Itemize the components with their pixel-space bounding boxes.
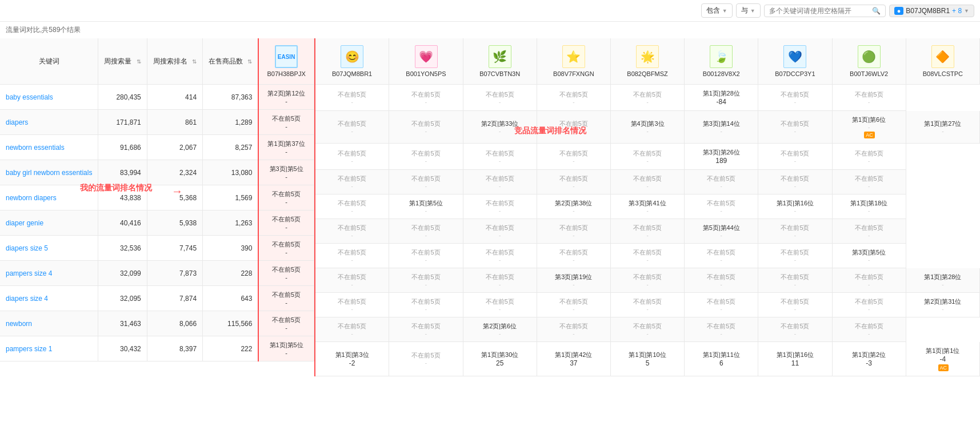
right-table-row: 不在前5页-不在前5页-不在前5页-不在前5页-不在前5页-不在前5页-不在前5… — [315, 293, 980, 317]
product-header-B08V7FXNGN: ⭐ B08V7FXNGN — [543, 43, 605, 80]
competitor-rank-cell: 第4页|第3位- — [610, 111, 684, 144]
right-table-row: 不在前5页-不在前5页-不在前5页-不在前5页-不在前5页-不在前5页-不在前5… — [315, 170, 980, 194]
asin-tag-chevron: ▼ — [964, 8, 969, 14]
my-rank-cell: 不在前5页 - — [258, 236, 314, 261]
left-table-row: diapers size 4 32,095 7,874 643 不在前5页 - — [0, 286, 314, 311]
competitor-rank-cell: 第3页|第19位- — [537, 268, 610, 293]
left-table-row: pampers size 1 30,432 8,397 222 第1页|第5位 … — [0, 336, 314, 361]
product-asin-label-B082QBFMSZ: B082QBFMSZ — [627, 70, 668, 77]
search-rank-cell: 7,873 — [147, 261, 202, 286]
keyword-cell[interactable]: newborn diapers — [0, 185, 98, 210]
my-rank-cell: 不在前5页 - — [258, 210, 314, 236]
competitor-rank-cell: 不在前5页- — [610, 144, 684, 170]
product-asin-label-B07JQM8BR1: B07JQM8BR1 — [332, 70, 372, 77]
competitor-rank-cell: 不在前5页- — [315, 317, 389, 342]
keyword-cell[interactable]: pampers size 1 — [0, 336, 98, 361]
product-img-B00128V8X2: 🍃 — [710, 45, 733, 68]
competitor-rank-cell: 不在前5页- — [537, 170, 610, 194]
competitor-rank-cell: 不在前5页- — [463, 244, 537, 268]
competitor-rank-cell: 不在前5页- — [610, 244, 684, 268]
competitor-rank-cell: 不在前5页- — [832, 170, 906, 194]
left-table-row: baby essentials 280,435 414 87,363 第2页|第… — [0, 85, 314, 110]
keyword-cell[interactable]: diaper genie — [0, 210, 98, 236]
listing-count-cell: 643 — [203, 286, 259, 311]
col-listing-count[interactable]: 在售商品数 ⇅ — [203, 38, 259, 85]
keyword-search-box: 🔍 — [764, 5, 886, 17]
left-table-row: pampers size 4 32,099 7,873 228 不在前5页 - — [0, 261, 314, 286]
keyword-cell[interactable]: diapers size 4 — [0, 286, 98, 311]
search-volume-cell: 171,871 — [98, 110, 147, 135]
my-rank-cell: 第3页|第5位 - — [258, 160, 314, 185]
col-keyword-label: 关键词 — [39, 57, 59, 65]
competitor-rank-cell: 不在前5页- — [389, 219, 463, 244]
competitor-rank-cell: 不在前5页- — [758, 268, 832, 293]
my-product-img: EASIN — [275, 45, 298, 68]
listing-count-cell: 87,363 — [203, 85, 259, 110]
competitor-rank-cell: 第3页|第5位- — [832, 244, 906, 268]
filter-contains-label: 包含 — [706, 6, 720, 15]
product-col-header-B08VLCSTPC: 🔶 B08VLCSTPC — [906, 38, 979, 85]
product-col-header-B08V7FXNGN: ⭐ B08V7FXNGN — [537, 38, 610, 85]
competitor-rank-cell: 不在前5页- — [315, 144, 389, 170]
filter-contains-chevron: ▼ — [722, 8, 727, 14]
competitor-rank-cell: 第1页|第3位-2 — [315, 342, 389, 376]
product-img-B00TJ6WLV2: 🟢 — [858, 45, 881, 68]
product-header-B07DCCP3Y1: 💙 B07DCCP3Y1 — [764, 43, 826, 80]
product-col-header-B00TJ6WLV2: 🟢 B00TJ6WLV2 — [832, 38, 906, 85]
competitor-rank-cell: 不在前5页- — [315, 219, 389, 244]
my-product-header: EASIN B07H38BPJX — [265, 43, 307, 80]
product-col-header-B00128V8X2: 🍃 B00128V8X2 — [685, 38, 758, 85]
col-search-volume[interactable]: 周搜索量 ⇅ — [98, 38, 147, 85]
competitor-rank-cell: 不在前5页- — [537, 317, 610, 342]
right-panel: 😊 B07JQM8BR1 💗 B001YON5PS 🌿 B07CVBTN3N ⭐… — [315, 38, 980, 376]
competitor-rank-cell: 不在前5页- — [537, 219, 610, 244]
search-volume-cell: 31,463 — [98, 311, 147, 336]
col-search-volume-label: 周搜索量 — [104, 57, 131, 65]
listing-count-cell: 390 — [203, 236, 259, 261]
competitor-rank-cell: 不在前5页- — [758, 219, 832, 244]
competitor-rank-cell: 第2页|第38位- — [537, 194, 610, 219]
competitor-rank-cell: 不在前5页- — [610, 293, 684, 317]
competitor-rank-cell: 第1页|第27位- — [906, 111, 979, 144]
search-volume-cell: 32,095 — [98, 286, 147, 311]
competitor-rank-cell: 不在前5页- — [537, 85, 610, 111]
col-listing-count-label: 在售商品数 — [209, 57, 243, 65]
competitor-rank-cell: 第3页|第26位189 — [685, 144, 758, 170]
competitor-rank-cell: 第1页|第28位-84 — [685, 85, 758, 111]
product-header-B07JQM8BR1: 😊 B07JQM8BR1 — [321, 43, 383, 80]
my-rank-cell: 第2页|第12位 - — [258, 85, 314, 110]
col-keyword: 关键词 — [0, 38, 98, 85]
search-volume-cell: 91,686 — [98, 135, 147, 160]
right-table-row: 不在前5页-不在前5页-不在前5页-第3页|第19位-不在前5页-不在前5页-不… — [315, 268, 980, 293]
keyword-cell[interactable]: pampers size 4 — [0, 261, 98, 286]
keyword-search-input[interactable] — [769, 7, 872, 15]
competitor-rank-cell: 不在前5页- — [610, 317, 684, 342]
right-table-row: 不在前5页-不在前5页-第2页|第6位-不在前5页-不在前5页-不在前5页-不在… — [315, 317, 980, 342]
keyword-cell[interactable]: newborn essentials — [0, 135, 98, 160]
product-img-B08VLCSTPC: 🔶 — [931, 45, 954, 68]
competitor-rank-cell: 不在前5页- — [389, 342, 463, 376]
keyword-cell[interactable]: baby girl newborn essentials — [0, 160, 98, 185]
search-rank-cell: 5,368 — [147, 185, 202, 210]
competitor-rank-cell: 不在前5页- — [315, 293, 389, 317]
listing-count-cell: 8,257 — [203, 135, 259, 160]
competitor-rank-cell: 第1页|第18位- — [832, 194, 906, 219]
search-volume-cell: 43,838 — [98, 185, 147, 210]
filter-operator[interactable]: 与 ▼ — [736, 3, 761, 18]
search-icon: 🔍 — [872, 7, 881, 15]
keyword-cell[interactable]: diapers size 5 — [0, 236, 98, 261]
keyword-cell[interactable]: baby essentials — [0, 85, 98, 110]
competitor-rank-cell: 不在前5页- — [537, 144, 610, 170]
product-header-B07CVBTN3N: 🌿 B07CVBTN3N — [469, 43, 531, 80]
competitor-rank-cell: 不在前5页- — [610, 85, 684, 111]
competitor-rank-cell: 不在前5页- — [758, 111, 832, 144]
keyword-cell[interactable]: diapers — [0, 110, 98, 135]
plus-count-label: + 8 — [952, 7, 962, 15]
col-search-rank[interactable]: 周搜索排名 ⇅ — [147, 38, 202, 85]
competitor-rank-cell: 第1页|第2位-3 — [832, 342, 906, 376]
filter-contains[interactable]: 包含 ▼ — [701, 3, 733, 18]
listing-count-cell: 228 — [203, 261, 259, 286]
keyword-cell[interactable]: newborn — [0, 311, 98, 336]
competitor-rank-cell: 第1页|第42位37 — [537, 342, 610, 376]
competitor-rank-cell: 不在前5页- — [758, 293, 832, 317]
